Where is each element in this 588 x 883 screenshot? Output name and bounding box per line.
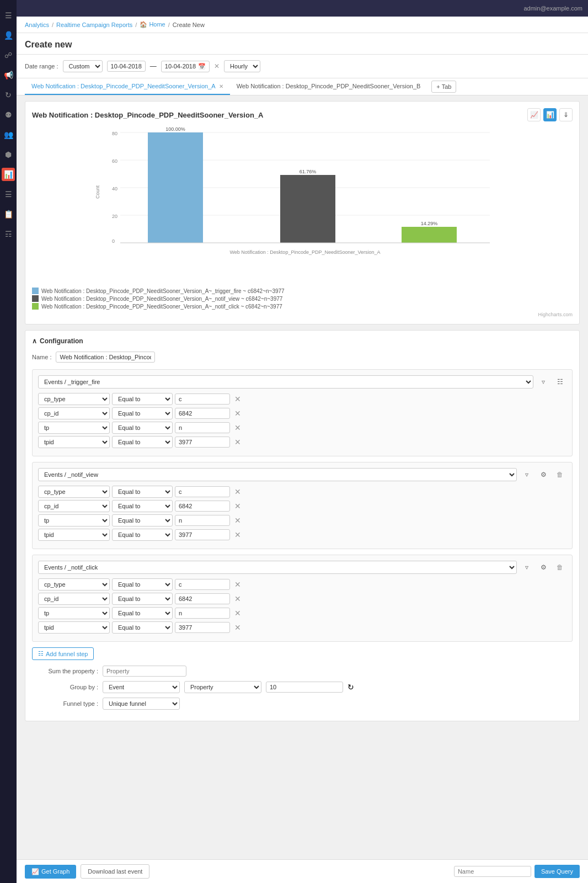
filter-val-1-4[interactable] (175, 437, 230, 448)
filter-op-1-2[interactable]: Equal to (112, 407, 173, 419)
remove-filter-3-2[interactable]: ✕ (232, 593, 243, 604)
delete-btn-2[interactable]: 🗑 (553, 468, 566, 481)
tab-version-a[interactable]: Web Notification : Desktop_Pincode_PDP_N… (25, 78, 230, 95)
remove-filter-2-3[interactable]: ✕ (232, 515, 243, 526)
filter-prop-2-1[interactable]: cp_type (38, 486, 110, 498)
download-chart-btn[interactable]: ⇓ (559, 108, 573, 121)
sidebar-list-icon[interactable]: ☰ (2, 188, 15, 201)
delete-btn-3[interactable]: 🗑 (553, 561, 566, 574)
filter-val-2-3[interactable] (175, 515, 230, 526)
filter-op-3-4[interactable]: Equal to (112, 621, 173, 634)
sidebar-target-icon[interactable]: ⚉ (2, 108, 15, 121)
filter-op-1-1[interactable]: Equal to (112, 393, 173, 405)
bar-trigger-fire[interactable] (148, 132, 203, 243)
funnel-icon-btn-1[interactable]: ☷ (553, 375, 566, 389)
event-select-1[interactable]: Events / _trigger_fire (38, 375, 533, 389)
close-date-icon[interactable]: ✕ (214, 62, 220, 70)
filter-prop-1-4[interactable]: tpid (38, 436, 110, 448)
remove-filter-1-4[interactable]: ✕ (232, 437, 243, 448)
add-funnel-step-button[interactable]: ☷ Add funnel step (32, 647, 94, 660)
filter-prop-2-3[interactable]: tp (38, 514, 110, 526)
group-by-event-select[interactable]: Event (103, 681, 180, 693)
filter-op-1-3[interactable]: Equal to (112, 422, 173, 434)
date-from-input[interactable]: 10-04-2018 (107, 61, 146, 72)
date-to-input[interactable]: 10-04-2018 📅 (161, 61, 210, 72)
gear-btn-2[interactable]: ⚙ (537, 468, 550, 481)
filter-val-3-1[interactable] (175, 579, 230, 590)
filter-val-3-2[interactable] (175, 593, 230, 604)
remove-filter-1-2[interactable]: ✕ (232, 408, 243, 419)
breadcrumb-home[interactable]: 🏠 Home (140, 21, 165, 28)
filter-prop-1-3[interactable]: tp (38, 422, 110, 434)
filter-prop-3-1[interactable]: cp_type (38, 578, 110, 591)
sidebar-campaign-icon[interactable]: 📢 (2, 68, 15, 82)
breadcrumb-analytics[interactable]: Analytics (25, 22, 49, 28)
line-chart-btn[interactable]: 📈 (527, 108, 541, 121)
remove-filter-3-3[interactable]: ✕ (232, 608, 243, 619)
sidebar-menu-icon[interactable]: ☰ (2, 9, 15, 22)
sidebar-share-icon[interactable]: ☶ (2, 227, 15, 241)
filter-op-1-4[interactable]: Equal to (112, 436, 173, 448)
add-tab-button[interactable]: + Tab (431, 81, 456, 93)
bar-notif-click[interactable] (402, 227, 457, 243)
config-header[interactable]: ∧ Configuration (32, 337, 573, 345)
group-by-refresh-btn[interactable]: ↻ (348, 683, 354, 691)
filter-op-3-1[interactable]: Equal to (112, 578, 173, 591)
filter-btn-1[interactable]: ▿ (537, 375, 550, 389)
get-graph-button[interactable]: 📈 Get Graph (25, 865, 76, 879)
event-select-3[interactable]: Events / _notif_click (38, 561, 517, 574)
sidebar-chat-icon[interactable]: ☍ (2, 49, 15, 62)
filter-btn-2[interactable]: ▿ (520, 468, 533, 481)
save-query-button[interactable]: Save Query (534, 865, 580, 878)
save-name-input[interactable] (454, 866, 531, 877)
funnel-type-select[interactable]: Unique funnel (103, 698, 180, 710)
filter-prop-3-4[interactable]: tpid (38, 621, 110, 634)
filter-btn-3[interactable]: ▿ (520, 561, 533, 574)
remove-filter-1-3[interactable]: ✕ (232, 422, 243, 433)
filter-val-1-1[interactable] (175, 393, 230, 405)
filter-op-3-2[interactable]: Equal to (112, 593, 173, 605)
filter-prop-2-2[interactable]: cp_id (38, 500, 110, 512)
filter-op-2-1[interactable]: Equal to (112, 486, 173, 498)
filter-val-2-1[interactable] (175, 486, 230, 497)
gear-btn-3[interactable]: ⚙ (537, 561, 550, 574)
filter-prop-3-3[interactable]: tp (38, 607, 110, 619)
filter-val-1-2[interactable] (175, 408, 230, 419)
interval-select[interactable]: Hourly (224, 60, 260, 72)
filter-op-2-3[interactable]: Equal to (112, 514, 173, 526)
tab-version-b[interactable]: Web Notification : Desktop_Pincode_PDP_N… (230, 78, 427, 95)
filter-prop-3-2[interactable]: cp_id (38, 593, 110, 605)
filter-op-2-4[interactable]: Equal to (112, 529, 173, 541)
filter-val-1-3[interactable] (175, 422, 230, 433)
sidebar-history-icon[interactable]: ↻ (2, 88, 15, 102)
sidebar-group-icon[interactable]: 👥 (2, 128, 15, 141)
event-select-2[interactable]: Events / _notif_view (38, 468, 517, 481)
filter-prop-2-4[interactable]: tpid (38, 529, 110, 541)
config-name-input[interactable] (56, 352, 155, 363)
filter-prop-1-1[interactable]: cp_type (38, 393, 110, 405)
sum-property-input[interactable] (103, 666, 186, 677)
sidebar-hex-icon[interactable]: ⬢ (2, 148, 15, 161)
remove-filter-2-1[interactable]: ✕ (232, 486, 243, 497)
tab-a-close[interactable]: ✕ (219, 83, 223, 89)
bar-chart-btn[interactable]: 📊 (543, 108, 557, 121)
filter-val-3-3[interactable] (175, 608, 230, 619)
remove-filter-2-2[interactable]: ✕ (232, 501, 243, 512)
sidebar-user-icon[interactable]: 👤 (2, 29, 15, 42)
filter-op-2-2[interactable]: Equal to (112, 500, 173, 512)
filter-val-3-4[interactable] (175, 622, 230, 633)
filter-prop-1-2[interactable]: cp_id (38, 407, 110, 419)
filter-val-2-2[interactable] (175, 501, 230, 512)
date-range-select[interactable]: Custom (63, 60, 103, 72)
group-by-property-select[interactable]: Property (184, 681, 261, 693)
group-by-number[interactable] (266, 682, 343, 693)
filter-op-3-3[interactable]: Equal to (112, 607, 173, 619)
bar-notif-view[interactable] (280, 175, 335, 243)
remove-filter-3-1[interactable]: ✕ (232, 579, 243, 590)
remove-filter-3-4[interactable]: ✕ (232, 622, 243, 633)
remove-filter-2-4[interactable]: ✕ (232, 529, 243, 540)
filter-val-2-4[interactable] (175, 529, 230, 540)
breadcrumb-reports[interactable]: Realtime Campaign Reports (56, 22, 132, 28)
sidebar-report-icon[interactable]: 📋 (2, 208, 15, 221)
download-last-event-button[interactable]: Download last event (81, 864, 149, 879)
